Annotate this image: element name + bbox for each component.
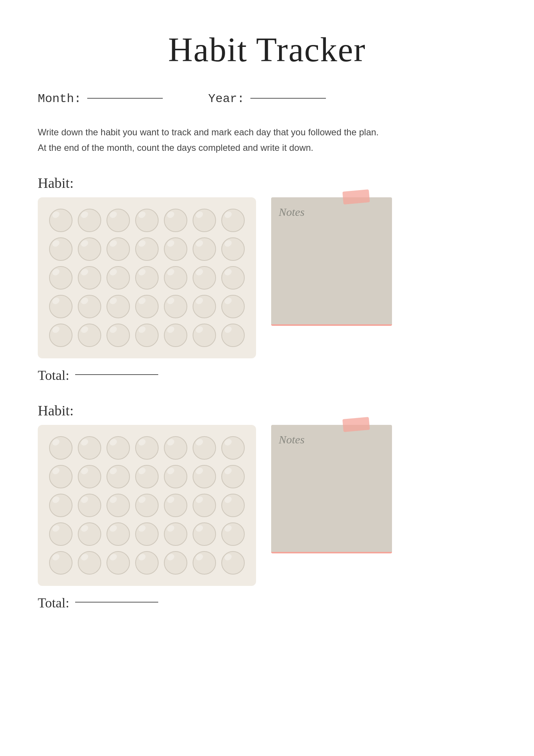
habit2-circle-7[interactable] bbox=[221, 436, 245, 460]
habit1-circle-6[interactable] bbox=[193, 209, 216, 232]
habit1-circle-30[interactable] bbox=[78, 324, 101, 347]
habit2-circle-35[interactable] bbox=[221, 551, 245, 575]
habit2-content: Notes bbox=[38, 425, 496, 586]
habit1-circle-17[interactable] bbox=[106, 266, 130, 290]
habit1-grid-container bbox=[38, 197, 256, 358]
habit1-total-row: Total: bbox=[38, 367, 496, 383]
habit2-circle-13[interactable] bbox=[193, 465, 216, 488]
habit1-circle-4[interactable] bbox=[135, 209, 159, 232]
habit1-circle-33[interactable] bbox=[164, 324, 187, 347]
habit2-circle-22[interactable] bbox=[49, 522, 73, 546]
habit1-circle-18[interactable] bbox=[135, 266, 159, 290]
habit1-circle-19[interactable] bbox=[164, 266, 187, 290]
habit1-notes-title: Notes bbox=[279, 206, 384, 218]
habit2-circle-27[interactable] bbox=[193, 522, 216, 546]
habit1-circle-16[interactable] bbox=[78, 266, 101, 290]
habit2-circle-2[interactable] bbox=[78, 436, 101, 460]
habit2-circle-3[interactable] bbox=[106, 436, 130, 460]
habit2-notes-container: Notes bbox=[271, 425, 392, 553]
habit2-grid-container bbox=[38, 425, 256, 586]
habit2-circle-4[interactable] bbox=[135, 436, 159, 460]
habit1-circle-32[interactable] bbox=[135, 324, 159, 347]
instructions: Write down the habit you want to track a… bbox=[38, 125, 496, 156]
habit2-circle-26[interactable] bbox=[164, 522, 187, 546]
habit1-label: Habit: bbox=[38, 175, 496, 191]
habit1-circle-27[interactable] bbox=[193, 295, 216, 318]
habit2-total-row: Total: bbox=[38, 595, 496, 611]
habit2-circle-24[interactable] bbox=[106, 522, 130, 546]
habit1-circle-35[interactable] bbox=[221, 324, 245, 347]
habit1-tape bbox=[343, 189, 370, 204]
habit2-circle-6[interactable] bbox=[193, 436, 216, 460]
year-line bbox=[250, 98, 326, 99]
habit2-circle-18[interactable] bbox=[135, 494, 159, 517]
habit2-circle-5[interactable] bbox=[164, 436, 187, 460]
habit1-content: Notes bbox=[38, 197, 496, 358]
habit1-circle-21[interactable] bbox=[221, 266, 245, 290]
page-title: Habit Tracker bbox=[38, 30, 496, 69]
habit2-circle-34[interactable] bbox=[193, 551, 216, 575]
habit2-notes-card: Notes bbox=[271, 425, 392, 553]
month-label: Month: bbox=[38, 92, 81, 106]
habit2-circle-29[interactable] bbox=[49, 551, 73, 575]
habit1-circle-5[interactable] bbox=[164, 209, 187, 232]
habit1-circle-28[interactable] bbox=[221, 295, 245, 318]
habit1-circle-1[interactable] bbox=[49, 209, 73, 232]
habit2-circle-19[interactable] bbox=[164, 494, 187, 517]
habit2-circle-11[interactable] bbox=[135, 465, 159, 488]
habit1-circle-24[interactable] bbox=[106, 295, 130, 318]
habit2-circle-20[interactable] bbox=[193, 494, 216, 517]
habit2-circle-30[interactable] bbox=[78, 551, 101, 575]
instruction-line1: Write down the habit you want to track a… bbox=[38, 125, 496, 140]
habit1-circle-2[interactable] bbox=[78, 209, 101, 232]
habit2-notes-title: Notes bbox=[279, 433, 384, 446]
habit2-tape bbox=[343, 417, 370, 432]
meta-row: Month: Year: bbox=[38, 92, 496, 106]
habit1-total-line bbox=[75, 374, 158, 375]
habit2-circle-21[interactable] bbox=[221, 494, 245, 517]
habit2-circle-28[interactable] bbox=[221, 522, 245, 546]
habit2-circle-25[interactable] bbox=[135, 522, 159, 546]
habit1-circle-7[interactable] bbox=[221, 209, 245, 232]
habit1-circle-26[interactable] bbox=[164, 295, 187, 318]
habit2-circle-23[interactable] bbox=[78, 522, 101, 546]
habit2-circle-10[interactable] bbox=[106, 465, 130, 488]
habit-section-1: Habit: Notes Total: bbox=[38, 175, 496, 383]
habit1-circle-9[interactable] bbox=[78, 237, 101, 261]
habit1-circle-11[interactable] bbox=[135, 237, 159, 261]
habit1-circle-10[interactable] bbox=[106, 237, 130, 261]
habit1-notes-container: Notes bbox=[271, 197, 392, 326]
habit1-circle-29[interactable] bbox=[49, 324, 73, 347]
habit1-circle-3[interactable] bbox=[106, 209, 130, 232]
habit2-circle-17[interactable] bbox=[106, 494, 130, 517]
habit2-circle-31[interactable] bbox=[106, 551, 130, 575]
habit2-circle-8[interactable] bbox=[49, 465, 73, 488]
habit2-grid bbox=[49, 436, 245, 575]
habit2-circle-32[interactable] bbox=[135, 551, 159, 575]
habit2-label: Habit: bbox=[38, 402, 496, 419]
habit1-circle-31[interactable] bbox=[106, 324, 130, 347]
habit1-circle-34[interactable] bbox=[193, 324, 216, 347]
habit2-circle-15[interactable] bbox=[49, 494, 73, 517]
habit2-circle-14[interactable] bbox=[221, 465, 245, 488]
habit2-circle-16[interactable] bbox=[78, 494, 101, 517]
habit1-circle-25[interactable] bbox=[135, 295, 159, 318]
habit1-circle-8[interactable] bbox=[49, 237, 73, 261]
habit2-circle-9[interactable] bbox=[78, 465, 101, 488]
habit1-circle-13[interactable] bbox=[193, 237, 216, 261]
habit1-circle-15[interactable] bbox=[49, 266, 73, 290]
habit2-circle-1[interactable] bbox=[49, 436, 73, 460]
habit1-circle-20[interactable] bbox=[193, 266, 216, 290]
habit2-circle-12[interactable] bbox=[164, 465, 187, 488]
habit1-circle-23[interactable] bbox=[78, 295, 101, 318]
habit1-circle-14[interactable] bbox=[221, 237, 245, 261]
instruction-line2: At the end of the month, count the days … bbox=[38, 140, 496, 156]
habit1-total-label: Total: bbox=[38, 367, 69, 383]
page: Habit Tracker Month: Year: Write down th… bbox=[0, 0, 534, 756]
habit1-notes-card: Notes bbox=[271, 197, 392, 326]
habit2-circle-33[interactable] bbox=[164, 551, 187, 575]
habit2-total-label: Total: bbox=[38, 595, 69, 611]
month-line bbox=[87, 98, 163, 99]
habit1-circle-12[interactable] bbox=[164, 237, 187, 261]
habit1-circle-22[interactable] bbox=[49, 295, 73, 318]
